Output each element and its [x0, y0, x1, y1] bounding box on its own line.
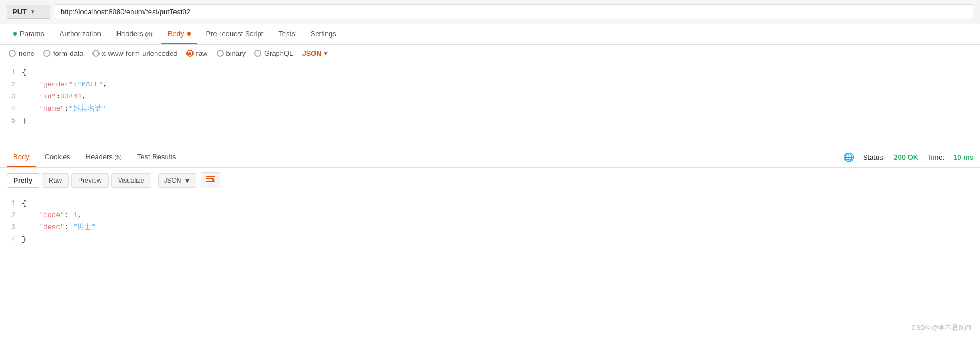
- req-linenum-4: 4: [0, 103, 22, 115]
- status-value: 200 OK: [894, 153, 918, 161]
- resp-line-3: 3 "desc": "男士": [0, 222, 980, 234]
- resp-content-4: }: [22, 234, 980, 246]
- response-section: Body Cookies Headers (5) Test Results 🌐 …: [0, 147, 980, 250]
- svg-rect-2: [206, 181, 215, 182]
- tab-tests-label: Tests: [278, 30, 295, 38]
- req-line-5: 5 }: [0, 115, 980, 127]
- wrap-button[interactable]: [201, 172, 220, 188]
- response-format-select[interactable]: JSON ▼: [158, 173, 197, 188]
- resp-tab-test-results[interactable]: Test Results: [131, 147, 183, 167]
- option-raw-label: raw: [196, 49, 208, 57]
- req-content-3: "id":33444,: [22, 91, 980, 103]
- svg-rect-1: [206, 178, 213, 179]
- req-linenum-5: 5: [0, 115, 22, 127]
- status-label: Status:: [863, 153, 885, 161]
- response-format-label: JSON: [164, 177, 182, 184]
- resp-linenum-4: 4: [0, 234, 22, 246]
- resp-linenum-1: 1: [0, 197, 22, 210]
- option-binary[interactable]: binary: [217, 49, 246, 57]
- option-raw[interactable]: raw: [186, 49, 208, 57]
- svg-rect-0: [206, 176, 215, 177]
- resp-line-4: 4 }: [0, 234, 980, 246]
- pretty-button[interactable]: Pretty: [7, 173, 39, 188]
- tab-body-label: Body: [168, 30, 184, 38]
- tab-body[interactable]: Body: [161, 24, 197, 44]
- req-linenum-2: 2: [0, 79, 22, 91]
- time-value: 10 ms: [953, 153, 973, 161]
- resp-linenum-2: 2: [0, 210, 22, 222]
- params-dot: [13, 32, 17, 36]
- tab-prerequest[interactable]: Pre-request Script: [200, 24, 270, 44]
- response-controls: Pretty Raw Preview Visualize JSON ▼: [0, 168, 980, 193]
- req-content-2: "gender":"MALE",: [22, 79, 980, 91]
- req-line-1: 1 {: [0, 67, 980, 79]
- req-line-2: 2 "gender":"MALE",: [0, 79, 980, 91]
- response-format-arrow: ▼: [184, 177, 191, 184]
- req-linenum-3: 3: [0, 91, 22, 103]
- tab-settings-label: Settings: [311, 30, 336, 38]
- tab-headers-label: Headers (8): [116, 30, 153, 38]
- format-label: JSON: [302, 49, 321, 57]
- req-content-1: {: [22, 67, 980, 79]
- url-input[interactable]: [55, 4, 973, 19]
- time-label: Time:: [927, 153, 944, 161]
- req-line-4: 4 "name":"姓其名谁": [0, 103, 980, 115]
- resp-tab-body-label: Body: [13, 153, 30, 161]
- preview-button[interactable]: Preview: [71, 173, 109, 188]
- radio-none: [9, 50, 16, 57]
- wrap-icon: [206, 176, 215, 183]
- resp-linenum-3: 3: [0, 222, 22, 234]
- format-arrow: ▼: [323, 50, 329, 56]
- globe-icon: 🌐: [843, 152, 854, 162]
- radio-raw: [186, 50, 194, 57]
- option-urlencoded-label: x-www-form-urlencoded: [102, 49, 178, 57]
- option-none[interactable]: none: [9, 49, 34, 57]
- resp-line-2: 2 "code": 1,: [0, 210, 980, 222]
- visualize-button[interactable]: Visualize: [111, 173, 151, 188]
- tab-params-label: Params: [20, 30, 44, 38]
- option-graphql[interactable]: GraphQL: [254, 49, 293, 57]
- resp-tab-test-results-label: Test Results: [137, 153, 176, 161]
- tab-settings[interactable]: Settings: [304, 24, 343, 44]
- resp-tab-body[interactable]: Body: [7, 147, 36, 167]
- resp-tab-cookies-label: Cookies: [45, 153, 71, 161]
- url-bar: PUT ▼: [0, 0, 980, 24]
- response-body-editor: 1 { 2 "code": 1, 3 "desc": "男士" 4 }: [0, 193, 980, 250]
- option-none-label: none: [19, 49, 34, 57]
- resp-tab-headers-label: Headers (5): [86, 153, 122, 161]
- tab-params[interactable]: Params: [7, 24, 51, 44]
- option-urlencoded[interactable]: x-www-form-urlencoded: [92, 49, 178, 57]
- option-form-data[interactable]: form-data: [43, 49, 84, 57]
- resp-line-1: 1 {: [0, 197, 980, 210]
- body-options: none form-data x-www-form-urlencoded raw…: [0, 45, 980, 62]
- resp-content-3: "desc": "男士": [22, 222, 980, 234]
- tab-authorization-label: Authorization: [60, 30, 101, 38]
- method-select[interactable]: PUT ▼: [7, 5, 50, 19]
- option-binary-label: binary: [226, 49, 246, 57]
- response-tabs: Body Cookies Headers (5) Test Results 🌐 …: [0, 147, 980, 168]
- tab-prerequest-label: Pre-request Script: [206, 30, 264, 38]
- radio-binary: [217, 50, 224, 57]
- radio-urlencoded: [92, 50, 100, 57]
- resp-content-1: {: [22, 197, 980, 210]
- method-label: PUT: [13, 8, 27, 16]
- request-body-editor[interactable]: 1 { 2 "gender":"MALE", 3 "id":33444, 4 "…: [0, 62, 980, 147]
- req-content-4: "name":"姓其名谁": [22, 103, 980, 115]
- raw-button[interactable]: Raw: [42, 173, 69, 188]
- response-status: 🌐 Status: 200 OK Time: 10 ms: [843, 152, 973, 162]
- option-graphql-label: GraphQL: [264, 49, 293, 57]
- radio-form-data: [43, 50, 50, 57]
- radio-graphql: [254, 50, 261, 57]
- resp-tab-headers[interactable]: Headers (5): [79, 147, 129, 167]
- req-linenum-1: 1: [0, 67, 22, 79]
- req-line-3: 3 "id":33444,: [0, 91, 980, 103]
- tab-tests[interactable]: Tests: [272, 24, 301, 44]
- tab-headers[interactable]: Headers (8): [110, 24, 159, 44]
- request-tabs: Params Authorization Headers (8) Body Pr…: [0, 24, 980, 45]
- tab-authorization[interactable]: Authorization: [53, 24, 108, 44]
- option-form-data-label: form-data: [53, 49, 84, 57]
- body-dot: [187, 32, 191, 36]
- method-arrow: ▼: [30, 9, 36, 15]
- format-dropdown[interactable]: JSON ▼: [302, 49, 328, 57]
- resp-tab-cookies[interactable]: Cookies: [38, 147, 77, 167]
